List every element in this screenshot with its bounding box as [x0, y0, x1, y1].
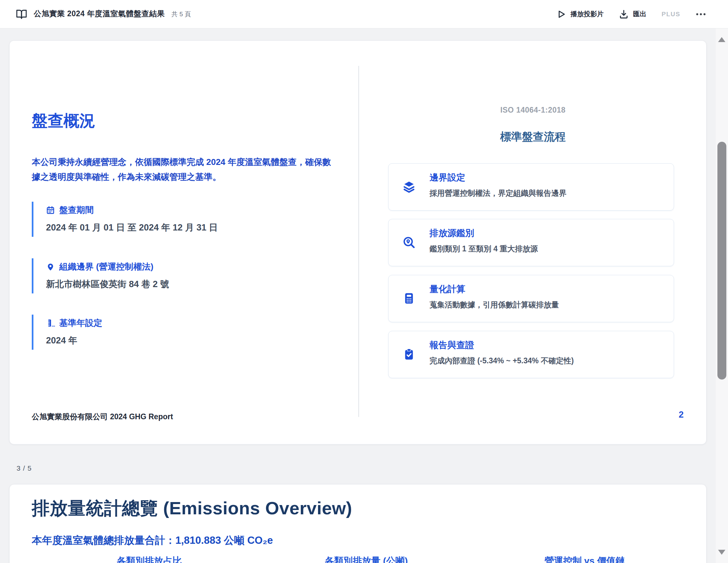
info-label: 盤查期間: [59, 204, 94, 216]
process-step-card: 排放源鑑別 鑑別類別 1 至類別 4 重大排放源: [388, 219, 674, 266]
play-slideshow-button[interactable]: 播放投影片: [556, 9, 604, 19]
info-value: 2024 年: [46, 335, 323, 347]
location-pin-icon: [46, 262, 55, 271]
step-title: 量化計算: [430, 283, 465, 295]
column-divider: [358, 66, 359, 417]
scroll-up-arrow[interactable]: [718, 37, 725, 42]
info-value: 2024 年 01 月 01 日 至 2024 年 12 月 31 日: [46, 221, 323, 233]
layers-icon: [402, 180, 416, 193]
page-count-label: 共 5 頁: [171, 10, 191, 19]
process-step-card: 報告與查證 完成內部查證 (-5.34% ~ +5.34% 不確定性): [388, 331, 674, 378]
slide-2-overview-card[interactable]: 盤查概況 本公司秉持永續經營理念，依循國際標準完成 2024 年度溫室氣體盤查，…: [9, 40, 706, 445]
chart-title-operational-vs-value-chain: 營運控制 vs 價值鏈: [545, 555, 625, 563]
more-menu-button[interactable]: [696, 11, 706, 18]
process-step-card: 邊界設定 採用營運控制權法，界定組織與報告邊界: [388, 163, 674, 211]
info-label: 組織邊界 (營運控制權法): [59, 261, 154, 272]
calculator-icon: [402, 292, 416, 305]
iso-standard-label: ISO 14064-1:2018: [359, 106, 707, 115]
search-location-icon: [402, 236, 416, 249]
slide-position-indicator: 3 / 5: [17, 464, 32, 472]
scrollbar-thumb[interactable]: [717, 142, 726, 380]
info-block-inventory-period: 盤查期間 2024 年 01 月 01 日 至 2024 年 12 月 31 日: [32, 202, 323, 237]
slide-page-number: 2: [679, 410, 684, 420]
chart-title-emissions-by-category: 各類別排放量 (公噸): [325, 555, 408, 563]
info-block-base-year: 基準年設定 2024 年: [32, 315, 323, 350]
slide-3-emissions-overview-card[interactable]: 排放量統計總覽 (Emissions Overview) 本年度溫室氣體總排放量…: [9, 484, 706, 563]
slide1-title: 盤查概況: [32, 110, 95, 131]
info-block-organization-boundary: 組織邊界 (營運控制權法) 新北市樹林區俊英街 84 巷 2 號: [32, 258, 323, 294]
toolbar-left: 公旭實業 2024 年度溫室氣體盤查結果 共 5 頁: [16, 9, 191, 20]
book-open-icon: [16, 9, 27, 20]
info-value: 新北市樹林區俊英街 84 巷 2 號: [46, 278, 323, 290]
step-title: 邊界設定: [430, 171, 465, 183]
step-description: 鑑別類別 1 至類別 4 重大排放源: [430, 244, 538, 254]
download-icon: [619, 9, 629, 19]
slide2-title: 排放量統計總覽 (Emissions Overview): [32, 496, 352, 521]
document-title: 公旭實業 2024 年度溫室氣體盤查結果: [34, 9, 165, 19]
top-toolbar: 公旭實業 2024 年度溫室氣體盤查結果 共 5 頁 播放投影片 匯出 PLUS: [0, 0, 728, 28]
chart-title-share-by-category: 各類別排放占比: [117, 555, 182, 563]
slide1-intro-paragraph: 本公司秉持永續經營理念，依循國際標準完成 2024 年度溫室氣體盤查，確保數據之…: [32, 155, 336, 184]
info-label: 基準年設定: [59, 317, 102, 329]
slide-footer-text: 公旭實業股份有限公司 2024 GHG Report: [32, 412, 173, 422]
step-description: 完成內部查證 (-5.34% ~ +5.34% 不確定性): [430, 356, 574, 366]
ruler-icon: [46, 319, 55, 328]
total-emissions-line: 本年度溫室氣體總排放量合計：1,810.883 公噸 CO₂e: [32, 534, 273, 547]
step-title: 報告與查證: [430, 339, 474, 351]
ellipsis-icon: [696, 13, 705, 15]
scroll-down-arrow[interactable]: [718, 550, 725, 555]
export-button[interactable]: 匯出: [619, 9, 646, 19]
toolbar-right: 播放投影片 匯出 PLUS: [556, 9, 715, 19]
step-description: 蒐集活動數據，引用係數計算碳排放量: [430, 300, 559, 310]
clipboard-check-icon: [402, 348, 416, 361]
export-label: 匯出: [633, 10, 646, 19]
plus-badge: PLUS: [661, 11, 680, 18]
step-title: 排放源鑑別: [430, 227, 474, 239]
step-description: 採用營運控制權法，界定組織與報告邊界: [430, 188, 567, 198]
process-step-card: 量化計算 蒐集活動數據，引用係數計算碳排放量: [388, 275, 674, 322]
vertical-scrollbar[interactable]: [716, 28, 728, 563]
calendar-icon: [46, 206, 55, 214]
play-icon: [556, 9, 566, 19]
play-slideshow-label: 播放投影片: [570, 10, 604, 19]
process-flow-title: 標準盤查流程: [359, 129, 707, 144]
